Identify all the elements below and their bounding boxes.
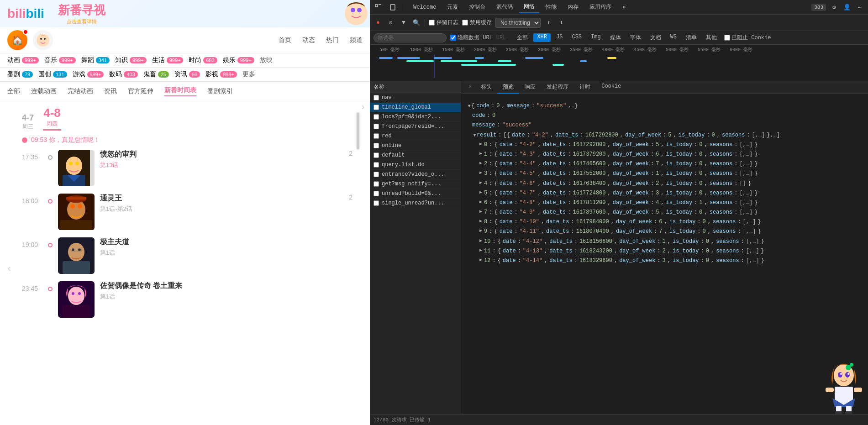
item0-triangle[interactable]: ▶ <box>479 141 482 149</box>
tag-music[interactable]: 音乐999+ <box>44 56 76 64</box>
upload-icon[interactable]: ⬆ <box>544 18 553 27</box>
tag-life[interactable]: 生活999+ <box>152 56 184 64</box>
tag-ghost[interactable]: 鬼畜25 <box>143 70 169 79</box>
tag-drama[interactable]: 番剧79 <box>7 70 33 79</box>
nav-channel-text[interactable]: 频道 <box>350 36 363 44</box>
filter-css[interactable]: CSS <box>568 33 585 42</box>
tag-entertainment[interactable]: 娱乐999+ <box>223 56 254 64</box>
net-item-get[interactable]: get?msg_notify=... <box>370 179 461 189</box>
more-icon[interactable]: ⋯ <box>855 3 864 12</box>
bili-scrollbar[interactable] <box>356 112 360 150</box>
entrance-checkbox[interactable] <box>374 172 379 177</box>
subnav-news[interactable]: 资讯 <box>104 87 117 95</box>
sched-img-2345[interactable] <box>58 281 95 318</box>
net-item-red[interactable]: red <box>370 131 461 141</box>
item6-triangle[interactable]: ▶ <box>479 199 482 207</box>
filter-doc[interactable]: 文档 <box>647 33 665 42</box>
filter-media[interactable]: 媒体 <box>606 33 625 42</box>
tab-network[interactable]: 网络 <box>519 1 539 13</box>
tab-memory[interactable]: 内存 <box>563 1 583 13</box>
date-active[interactable]: 4-8 周四 <box>43 106 61 131</box>
tab-more[interactable]: » <box>618 2 630 12</box>
stop-btn[interactable]: ⊘ <box>386 18 395 27</box>
right-arrow[interactable]: › <box>356 101 370 112</box>
item10-triangle[interactable]: ▶ <box>479 237 482 246</box>
nav-checkbox[interactable] <box>374 95 379 100</box>
filter-search-input[interactable] <box>374 33 447 42</box>
frontpage-checkbox[interactable] <box>374 124 379 129</box>
record-btn[interactable]: ● <box>374 18 383 27</box>
item2-triangle[interactable]: ▶ <box>479 160 482 168</box>
locs-checkbox[interactable] <box>374 114 379 120</box>
date-prev[interactable]: 4-7 周三 <box>22 113 34 131</box>
item12-triangle[interactable]: ▶ <box>479 257 482 265</box>
net-item-timeline[interactable]: timeline_global <box>370 103 461 112</box>
nav-dynamic-text[interactable]: 动态 <box>302 36 315 44</box>
item1-triangle[interactable]: ▶ <box>479 150 482 159</box>
tag-digital[interactable]: 数码403 <box>109 70 137 79</box>
user-icon[interactable]: 👤 <box>842 3 852 12</box>
detail-tab-preview[interactable]: 预览 <box>497 81 519 94</box>
tab-application[interactable]: 应用程序 <box>585 1 616 13</box>
preserve-log-label[interactable]: 保留日志 <box>429 19 458 26</box>
sched-img-1900[interactable] <box>58 237 95 274</box>
filter-all[interactable]: 全部 <box>513 33 531 42</box>
root-triangle[interactable]: ▶ <box>463 105 472 108</box>
disable-cache-label[interactable]: 禁用缓存 <box>462 19 492 26</box>
tab-element[interactable]: 元素 <box>442 1 463 13</box>
filter-xhr[interactable]: XHR <box>533 33 551 42</box>
subnav-schedule[interactable]: 新番时间表 <box>164 86 196 96</box>
filter-font[interactable]: 字体 <box>626 33 645 42</box>
tag-broadcast[interactable]: 放映 <box>260 56 273 64</box>
blocked-cookie-label[interactable]: 已阻止 Cookie <box>724 34 771 42</box>
net-item-single[interactable]: single_unread?un... <box>370 199 461 208</box>
nav-avatar[interactable]: 🏠 <box>7 30 27 50</box>
tag-guochuang[interactable]: 国创131 <box>38 70 67 79</box>
detail-tab-headers[interactable]: 标头 <box>475 81 497 94</box>
sched-prev-image[interactable] <box>58 150 95 186</box>
filter-img[interactable]: Img <box>587 33 605 42</box>
tab-performance[interactable]: 性能 <box>541 1 561 13</box>
tab-console[interactable]: 控制台 <box>464 1 490 13</box>
inspect-icon[interactable] <box>374 3 383 12</box>
item11-triangle[interactable]: ▶ <box>479 247 482 256</box>
net-item-online[interactable]: online <box>370 141 461 151</box>
detail-close[interactable]: ✕ <box>465 81 475 94</box>
timeline-checkbox[interactable] <box>374 105 379 110</box>
tab-source[interactable]: 源代码 <box>492 1 517 13</box>
filter-icon[interactable]: ▼ <box>399 18 408 27</box>
single-checkbox[interactable] <box>374 200 379 206</box>
subnav-all[interactable]: 全部 <box>7 87 20 95</box>
tag-game[interactable]: 游戏999+ <box>73 70 104 79</box>
net-item-default[interactable]: default <box>370 151 461 160</box>
unread-checkbox[interactable] <box>374 191 379 196</box>
blocked-cookie-checkbox[interactable] <box>724 35 730 41</box>
subnav-ongoing[interactable]: 连载动画 <box>31 87 57 95</box>
item3-triangle[interactable]: ▶ <box>479 169 482 178</box>
result-triangle[interactable]: ▶ <box>469 134 478 136</box>
item7-triangle[interactable]: ▶ <box>479 208 482 217</box>
online-checkbox[interactable] <box>374 143 379 148</box>
subnav-index[interactable]: 番剧索引 <box>207 87 233 95</box>
nav-home-text[interactable]: 首页 <box>279 36 291 44</box>
tag-knowledge[interactable]: 知识999+ <box>115 56 147 64</box>
get-checkbox[interactable] <box>374 181 379 187</box>
nav-dynamic[interactable] <box>33 30 53 50</box>
hide-data-url-checkbox[interactable] <box>450 35 456 41</box>
filter-ws[interactable]: WS <box>667 33 680 42</box>
query-checkbox[interactable] <box>374 162 379 168</box>
default-checkbox[interactable] <box>374 152 379 158</box>
detail-tab-response[interactable]: 响应 <box>519 81 541 94</box>
subnav-official[interactable]: 官方延伸 <box>128 87 153 95</box>
tag-more[interactable]: 更多 <box>242 70 255 79</box>
net-item-nav[interactable]: nav <box>370 93 461 103</box>
detail-tab-timing[interactable]: 计时 <box>574 81 596 94</box>
detail-tab-initiator[interactable]: 发起程序 <box>541 81 574 94</box>
disable-cache-checkbox[interactable] <box>462 20 468 26</box>
search-icon[interactable]: 🔍 <box>412 18 421 27</box>
filter-manifest[interactable]: 清单 <box>682 33 700 42</box>
settings-icon[interactable]: ⚙ <box>830 3 839 12</box>
item4-triangle[interactable]: ▶ <box>479 179 482 188</box>
nav-hot-text[interactable]: 热门 <box>326 36 339 44</box>
net-item-locs[interactable]: locs?pf=0&ids=2... <box>370 112 461 122</box>
